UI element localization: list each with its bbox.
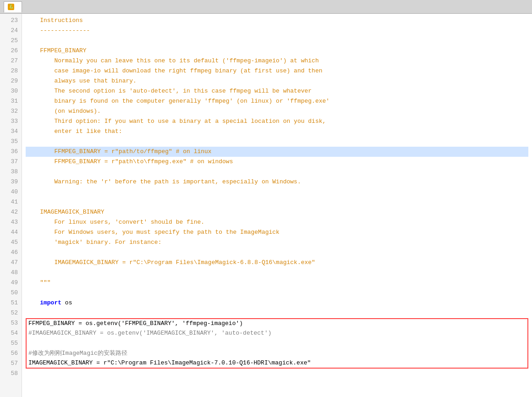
code-line: [26, 167, 528, 177]
code-line: [26, 369, 528, 379]
code-line: #修改为刚刚ImageMagic的安装路径: [26, 348, 528, 358]
line-number: 51: [2, 298, 18, 308]
code-line: Normally you can leave this one to its d…: [26, 56, 528, 66]
code-line: For Windows users, you must specify the …: [26, 227, 528, 237]
code-line: [26, 308, 528, 318]
code-line: 'magick' binary. For instance:: [26, 237, 528, 248]
line-number: 39: [2, 177, 18, 187]
line-number: 57: [2, 358, 18, 369]
line-number: 25: [2, 36, 18, 46]
code-token: binary is found on the computer generall…: [26, 96, 329, 106]
file-tab[interactable]: 🐍: [4, 1, 22, 12]
line-number: 35: [2, 137, 18, 147]
code-token: always use that binary.: [26, 76, 137, 86]
line-number: 46: [2, 248, 18, 258]
code-content[interactable]: Instructions -------------- FFMPEG_BINAR…: [22, 14, 532, 397]
code-line: [26, 36, 528, 46]
line-number: 54: [2, 328, 18, 338]
code-line: FFMPEG_BINARY: [26, 46, 528, 56]
code-token: For linux users, 'convert' should be fin…: [26, 217, 204, 227]
code-line: Warning: the 'r' before the path is impo…: [26, 177, 528, 187]
code-line: [26, 197, 528, 207]
code-line: Third option: If you want to use a binar…: [26, 116, 528, 127]
code-line: FFMPEG_BINARY = r"path\to\ffmpeg.exe" # …: [26, 157, 528, 167]
file-icon: 🐍: [8, 4, 14, 10]
code-token: FFMPEG_BINARY: [26, 46, 87, 56]
line-number: 26: [2, 46, 18, 56]
code-token: os: [61, 298, 72, 308]
code-token: Warning: the 'r' before the path is impo…: [26, 177, 301, 187]
line-number: 24: [2, 26, 18, 36]
code-token: (on windows).: [26, 106, 101, 116]
code-line: The second option is 'auto-detect', in t…: [26, 86, 528, 96]
code-line: case image-io will download the right ff…: [26, 66, 528, 76]
code-line: """: [26, 278, 528, 288]
line-number: 42: [2, 207, 18, 217]
code-area: 2324252627282930313233343536373839404142…: [0, 14, 532, 397]
line-number: 27: [2, 56, 18, 66]
line-number: 41: [2, 197, 18, 207]
code-line: Instructions: [26, 16, 528, 26]
code-line: #IMAGEMAGICK_BINARY = os.getenv('IMAGEMA…: [26, 328, 528, 338]
line-number: 34: [2, 127, 18, 137]
line-number: 33: [2, 116, 18, 127]
line-number: 28: [2, 66, 18, 76]
code-token: import: [40, 298, 61, 308]
line-number: 38: [2, 167, 18, 177]
line-number: 23: [2, 16, 18, 26]
line-number: 48: [2, 268, 18, 278]
code-line: import os: [26, 298, 528, 308]
code-token: FFMPEG_BINARY = r"path\to\ffmpeg.exe" # …: [26, 157, 233, 167]
code-line: For linux users, 'convert' should be fin…: [26, 217, 528, 227]
code-line: [26, 338, 528, 348]
code-line: IMAGEMAGICK_BINARY = r"C:\Program Files\…: [26, 258, 528, 268]
code-token: 'magick' binary. For instance:: [26, 237, 161, 248]
line-number: 29: [2, 76, 18, 86]
code-line: FFMPEG_BINARY = r"path/to/ffmpeg" # on l…: [26, 147, 528, 157]
code-token: Third option: If you want to use a binar…: [26, 116, 326, 127]
code-line: enter it like that:: [26, 127, 528, 137]
line-number: 32: [2, 106, 18, 116]
line-number: 30: [2, 86, 18, 96]
line-number: 47: [2, 258, 18, 268]
code-token: --------------: [26, 26, 90, 36]
code-token: IMAGEMAGICK_BINARY: [26, 207, 104, 217]
line-number: 50: [2, 288, 18, 298]
code-line: [26, 288, 528, 298]
code-token: The second option is 'auto-detect', in t…: [26, 86, 312, 96]
line-number: 43: [2, 217, 18, 227]
code-token: #修改为刚刚ImageMagic的安装路径: [28, 348, 127, 358]
code-token: """: [26, 278, 51, 288]
line-number: 49: [2, 278, 18, 288]
line-number: 56: [2, 348, 18, 358]
code-line: IMAGEMAGICK_BINARY = r"C:\Program Files\…: [26, 358, 528, 369]
line-number: 52: [2, 308, 18, 318]
line-number: 53: [2, 318, 18, 328]
code-token: case image-io will download the right ff…: [26, 66, 323, 76]
code-token: [26, 298, 40, 308]
code-line: [26, 248, 528, 258]
line-number: 31: [2, 96, 18, 106]
editor-window: 🐍 23242526272829303132333435363738394041…: [0, 0, 532, 397]
code-line: IMAGEMAGICK_BINARY: [26, 207, 528, 217]
line-numbers: 2324252627282930313233343536373839404142…: [0, 14, 22, 397]
title-bar: 🐍: [0, 0, 532, 14]
code-line: binary is found on the computer generall…: [26, 96, 528, 106]
line-number: 40: [2, 187, 18, 197]
code-token: FFMPEG_BINARY = r"path/to/ffmpeg" # on l…: [26, 147, 212, 157]
code-line: --------------: [26, 26, 528, 36]
line-number: 45: [2, 237, 18, 248]
line-number: 58: [2, 369, 18, 379]
line-number: 44: [2, 227, 18, 237]
code-token: enter it like that:: [26, 127, 122, 137]
code-token: For Windows users, you must specify the …: [26, 227, 280, 237]
code-token: FFMPEG_BINARY = os.getenv('FFMPEG_BINARY…: [28, 319, 243, 329]
code-line: [26, 137, 528, 147]
line-number: 55: [2, 338, 18, 348]
code-line: FFMPEG_BINARY = os.getenv('FFMPEG_BINARY…: [26, 318, 528, 328]
code-token: IMAGEMAGICK_BINARY = r"C:\Program Files\…: [28, 358, 311, 368]
code-line: [26, 187, 528, 197]
code-line: (on windows).: [26, 106, 528, 116]
code-token: #IMAGEMAGICK_BINARY = os.getenv('IMAGEMA…: [28, 328, 272, 338]
code-line: always use that binary.: [26, 76, 528, 86]
